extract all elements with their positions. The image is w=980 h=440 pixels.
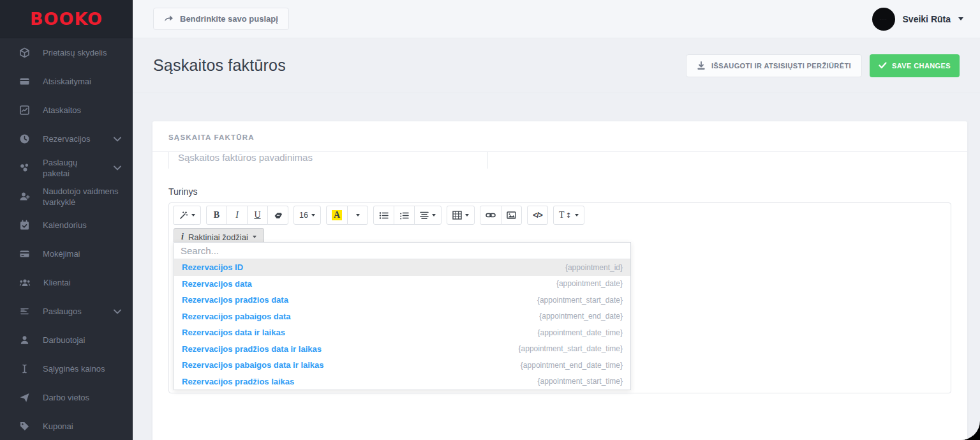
sidebar-item-label: Paslaugų paketai	[43, 157, 101, 179]
chart-icon	[19, 105, 30, 116]
up-down-arrow-icon: ↕	[566, 211, 572, 220]
ordered-list-button[interactable]	[394, 206, 415, 225]
share-page-button[interactable]: Bendrinkite savo puslapį	[153, 8, 289, 30]
keyword-row[interactable]: Rezervacijos pradžios laikas {appointmen…	[174, 374, 630, 390]
font-size-button[interactable]: 16	[293, 206, 321, 225]
payments-card-icon	[19, 248, 30, 259]
sidebar-item-employees[interactable]: Darbuotojai	[0, 326, 133, 354]
keyword-row[interactable]: Rezervacijos data {appointment_date}	[174, 276, 630, 292]
chevron-down-icon	[253, 236, 256, 238]
unordered-list-button[interactable]	[373, 206, 394, 225]
table-button[interactable]	[447, 206, 475, 225]
keyword-label[interactable]: Rezervacijos ID	[182, 262, 243, 272]
keyword-label[interactable]: Rezervacijos pradžios data ir laikas	[182, 344, 322, 354]
invoice-card: SĄSKAITA FAKTŪRA Turinys	[152, 121, 967, 440]
content-area: SĄSKAITA FAKTŪRA Turinys	[133, 93, 980, 440]
billing-card-icon	[19, 76, 30, 87]
keyword-label[interactable]: Rezervacijos pabaigos data ir laikas	[182, 360, 324, 370]
save-changes-button[interactable]: SAVE CHANGES	[870, 54, 960, 77]
keyword-row[interactable]: Rezervacijos data ir laikas {appointment…	[174, 324, 630, 341]
download-preview-button[interactable]: IŠSAUGOTI IR ATSISIŲSTI PERŽIŪRĖTI	[686, 54, 862, 77]
code-view-button[interactable]: </>	[527, 206, 548, 225]
keyword-token: {appointment_date}	[556, 279, 623, 288]
sidebar-item-clients[interactable]: Klientai	[0, 268, 133, 297]
user-menu[interactable]: ···· Sveiki Rūta	[872, 8, 963, 31]
sidebar-item-label: Kalendorius	[43, 220, 121, 231]
keyword-label[interactable]: Rezervacijos pradžios laikas	[182, 377, 294, 386]
chevron-down-icon	[114, 165, 121, 171]
list-ol-icon	[399, 211, 409, 220]
sidebar-item-workplaces[interactable]: Darbo vietos	[0, 383, 133, 412]
page-header: Sąskaitos faktūros IŠSAUGOTI IR ATSISIŲS…	[133, 38, 980, 93]
calendar-check-icon	[19, 220, 30, 231]
keyword-row[interactable]: Rezervacijos pabaigos data ir laikas {ap…	[174, 357, 630, 374]
download-preview-label: IŠSAUGOTI IR ATSISIŲSTI PERŽIŪRĖTI	[711, 62, 851, 70]
text-color-dropdown-button[interactable]	[347, 206, 368, 225]
send-icon	[19, 392, 30, 403]
editor-content-area[interactable]	[168, 393, 951, 440]
info-icon: i	[181, 232, 184, 242]
keyword-row[interactable]: Rezervacijos pradžios data {appointment_…	[174, 292, 630, 308]
magic-style-button[interactable]	[173, 206, 201, 225]
keyword-row[interactable]: Rezervacijos pabaigos data {appointment_…	[174, 308, 630, 325]
sidebar-item-conditional-prices[interactable]: Sąlyginės kainos	[0, 354, 133, 383]
keyword-row[interactable]: Rezervacijos pradžios data ir laikas {ap…	[174, 341, 630, 358]
keyword-label[interactable]: Rezervacijos data	[182, 279, 252, 289]
invoice-name-input[interactable]	[168, 152, 488, 169]
avatar[interactable]: ····	[872, 8, 895, 31]
topbar: Bendrinkite savo puslapį ···· Sveiki Rūt…	[133, 0, 980, 38]
sidebar-item-reservations[interactable]: Rezervacijos	[0, 125, 133, 153]
bold-button[interactable]: B	[206, 206, 227, 225]
sidebar-item-label: Naudotojo vaidmens tvarkyklė	[43, 186, 121, 208]
sidebar-item-user-role-manager[interactable]: Naudotojo vaidmens tvarkyklė	[0, 182, 133, 211]
insert-image-button[interactable]	[501, 206, 522, 225]
logo-area[interactable]: BOOKO	[0, 0, 133, 38]
booko-logo[interactable]: BOOKO	[30, 9, 103, 29]
editor-toolbar: B I U 16	[169, 203, 951, 225]
font-size-value: 16	[299, 211, 308, 220]
download-icon	[697, 61, 706, 70]
share-arrow-icon	[164, 15, 174, 23]
insert-link-button[interactable]	[480, 206, 501, 225]
clear-format-button[interactable]	[267, 206, 288, 225]
box-icon	[19, 47, 30, 58]
paragraph-align-button[interactable]	[414, 206, 442, 225]
keywords-dropdown-panel: Rezervacijos ID {appointment_id} Rezerva…	[174, 242, 631, 390]
line-height-button[interactable]: T ↕	[553, 206, 584, 225]
sidebar-item-dashboard[interactable]: Prietaisų skydelis	[0, 38, 133, 67]
keyword-label[interactable]: Rezervacijos pabaigos data	[182, 312, 291, 321]
italic-button[interactable]: I	[226, 206, 248, 225]
link-icon	[486, 212, 496, 218]
avatar-logo: ····	[880, 17, 887, 21]
keyword-row[interactable]: Rezervacijos ID {appointment_id}	[174, 259, 630, 276]
invoice-card-header: SĄSKAITA FAKTŪRA	[152, 121, 967, 152]
check-icon	[879, 62, 887, 69]
sidebar-item-label: Paslaugos	[43, 306, 101, 317]
keywords-search-input[interactable]	[174, 243, 630, 259]
rich-text-editor: B I U 16	[168, 202, 951, 393]
sidebar-item-label: Mokėjimai	[43, 248, 121, 259]
keyword-token: {appointment_start_date}	[537, 296, 623, 305]
cursor-ibeam-icon	[19, 363, 30, 374]
sidebar-item-service-bundles[interactable]: Paslaugų paketai	[0, 153, 133, 182]
color-letter: A	[332, 210, 342, 220]
chevron-down-icon	[432, 214, 436, 216]
sidebar-item-payments[interactable]: Mokėjimai	[0, 239, 133, 268]
sidebar-item-label: Darbo vietos	[43, 392, 121, 403]
share-page-label: Bendrinkite savo puslapį	[180, 14, 278, 24]
sidebar-item-reports[interactable]: Ataskaitos	[0, 96, 133, 125]
chevron-down-icon	[311, 214, 315, 216]
text-color-button[interactable]: A	[326, 206, 348, 225]
sidebar-item-calendar[interactable]: Kalendorius	[0, 211, 133, 239]
image-icon	[507, 211, 516, 219]
keyword-label[interactable]: Rezervacijos pradžios data	[182, 295, 288, 305]
main-area: Bendrinkite savo puslapį ···· Sveiki Rūt…	[133, 0, 980, 440]
keyword-label[interactable]: Rezervacijos data ir laikas	[182, 328, 285, 337]
keyword-token: {appointment_start_date_time}	[519, 344, 623, 353]
sidebar-item-services[interactable]: Paslaugos	[0, 297, 133, 326]
content-field-label: Turinys	[168, 186, 951, 197]
sidebar-item-label: Sąlyginės kainos	[43, 363, 121, 374]
underline-button[interactable]: U	[247, 206, 268, 225]
sidebar-item-coupons[interactable]: Kuponai	[0, 412, 133, 440]
sidebar-item-billing[interactable]: Atsiskaitymai	[0, 67, 133, 96]
